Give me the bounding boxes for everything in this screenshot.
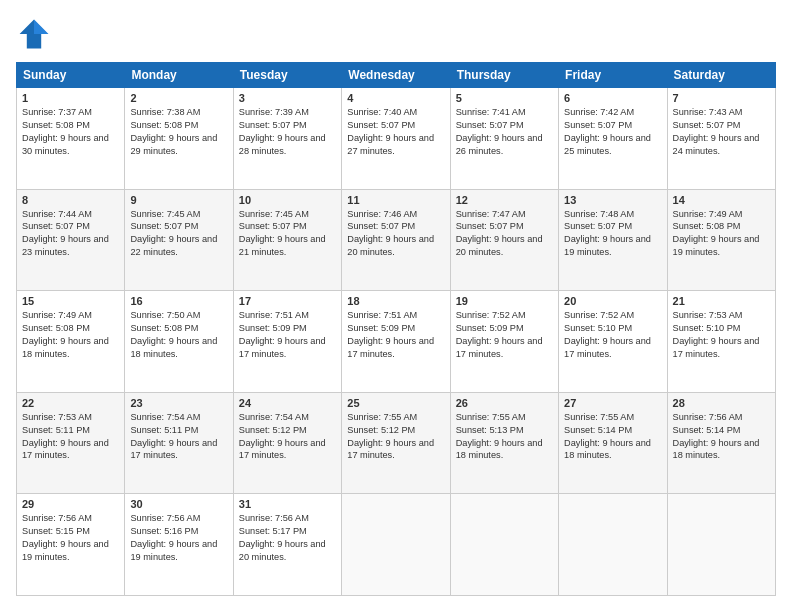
day-number: 30 xyxy=(130,498,227,510)
calendar-header: SundayMondayTuesdayWednesdayThursdayFrid… xyxy=(17,63,776,88)
day-number: 6 xyxy=(564,92,661,104)
day-info: Sunrise: 7:50 AMSunset: 5:08 PMDaylight:… xyxy=(130,309,227,361)
day-cell: 12Sunrise: 7:47 AMSunset: 5:07 PMDayligh… xyxy=(450,189,558,291)
day-number: 25 xyxy=(347,397,444,409)
day-number: 31 xyxy=(239,498,336,510)
day-number: 18 xyxy=(347,295,444,307)
day-cell: 31Sunrise: 7:56 AMSunset: 5:17 PMDayligh… xyxy=(233,494,341,596)
day-number: 22 xyxy=(22,397,119,409)
day-number: 5 xyxy=(456,92,553,104)
logo-icon xyxy=(16,16,52,52)
day-number: 28 xyxy=(673,397,770,409)
day-info: Sunrise: 7:40 AMSunset: 5:07 PMDaylight:… xyxy=(347,106,444,158)
day-number: 27 xyxy=(564,397,661,409)
day-cell: 18Sunrise: 7:51 AMSunset: 5:09 PMDayligh… xyxy=(342,291,450,393)
day-number: 19 xyxy=(456,295,553,307)
calendar-body: 1Sunrise: 7:37 AMSunset: 5:08 PMDaylight… xyxy=(17,88,776,596)
day-number: 17 xyxy=(239,295,336,307)
day-info: Sunrise: 7:37 AMSunset: 5:08 PMDaylight:… xyxy=(22,106,119,158)
day-info: Sunrise: 7:41 AMSunset: 5:07 PMDaylight:… xyxy=(456,106,553,158)
day-info: Sunrise: 7:47 AMSunset: 5:07 PMDaylight:… xyxy=(456,208,553,260)
day-cell: 5Sunrise: 7:41 AMSunset: 5:07 PMDaylight… xyxy=(450,88,558,190)
header xyxy=(16,16,776,52)
day-cell: 19Sunrise: 7:52 AMSunset: 5:09 PMDayligh… xyxy=(450,291,558,393)
weekday-friday: Friday xyxy=(559,63,667,88)
day-cell: 1Sunrise: 7:37 AMSunset: 5:08 PMDaylight… xyxy=(17,88,125,190)
day-number: 8 xyxy=(22,194,119,206)
weekday-thursday: Thursday xyxy=(450,63,558,88)
day-cell: 13Sunrise: 7:48 AMSunset: 5:07 PMDayligh… xyxy=(559,189,667,291)
day-cell: 7Sunrise: 7:43 AMSunset: 5:07 PMDaylight… xyxy=(667,88,775,190)
day-info: Sunrise: 7:43 AMSunset: 5:07 PMDaylight:… xyxy=(673,106,770,158)
weekday-header-row: SundayMondayTuesdayWednesdayThursdayFrid… xyxy=(17,63,776,88)
day-cell: 11Sunrise: 7:46 AMSunset: 5:07 PMDayligh… xyxy=(342,189,450,291)
day-info: Sunrise: 7:42 AMSunset: 5:07 PMDaylight:… xyxy=(564,106,661,158)
week-row-2: 8Sunrise: 7:44 AMSunset: 5:07 PMDaylight… xyxy=(17,189,776,291)
day-number: 10 xyxy=(239,194,336,206)
day-cell: 24Sunrise: 7:54 AMSunset: 5:12 PMDayligh… xyxy=(233,392,341,494)
day-number: 7 xyxy=(673,92,770,104)
day-cell: 29Sunrise: 7:56 AMSunset: 5:15 PMDayligh… xyxy=(17,494,125,596)
day-info: Sunrise: 7:55 AMSunset: 5:13 PMDaylight:… xyxy=(456,411,553,463)
day-info: Sunrise: 7:51 AMSunset: 5:09 PMDaylight:… xyxy=(239,309,336,361)
day-info: Sunrise: 7:56 AMSunset: 5:16 PMDaylight:… xyxy=(130,512,227,564)
day-info: Sunrise: 7:48 AMSunset: 5:07 PMDaylight:… xyxy=(564,208,661,260)
day-cell xyxy=(667,494,775,596)
week-row-5: 29Sunrise: 7:56 AMSunset: 5:15 PMDayligh… xyxy=(17,494,776,596)
weekday-saturday: Saturday xyxy=(667,63,775,88)
day-info: Sunrise: 7:49 AMSunset: 5:08 PMDaylight:… xyxy=(22,309,119,361)
day-info: Sunrise: 7:38 AMSunset: 5:08 PMDaylight:… xyxy=(130,106,227,158)
day-number: 2 xyxy=(130,92,227,104)
weekday-sunday: Sunday xyxy=(17,63,125,88)
day-info: Sunrise: 7:56 AMSunset: 5:14 PMDaylight:… xyxy=(673,411,770,463)
day-number: 24 xyxy=(239,397,336,409)
day-number: 1 xyxy=(22,92,119,104)
day-cell: 25Sunrise: 7:55 AMSunset: 5:12 PMDayligh… xyxy=(342,392,450,494)
day-info: Sunrise: 7:56 AMSunset: 5:17 PMDaylight:… xyxy=(239,512,336,564)
day-number: 12 xyxy=(456,194,553,206)
day-cell: 20Sunrise: 7:52 AMSunset: 5:10 PMDayligh… xyxy=(559,291,667,393)
day-cell: 17Sunrise: 7:51 AMSunset: 5:09 PMDayligh… xyxy=(233,291,341,393)
day-number: 21 xyxy=(673,295,770,307)
day-cell: 4Sunrise: 7:40 AMSunset: 5:07 PMDaylight… xyxy=(342,88,450,190)
weekday-monday: Monday xyxy=(125,63,233,88)
day-cell: 23Sunrise: 7:54 AMSunset: 5:11 PMDayligh… xyxy=(125,392,233,494)
day-cell xyxy=(450,494,558,596)
svg-marker-1 xyxy=(34,20,48,34)
day-info: Sunrise: 7:56 AMSunset: 5:15 PMDaylight:… xyxy=(22,512,119,564)
day-cell: 28Sunrise: 7:56 AMSunset: 5:14 PMDayligh… xyxy=(667,392,775,494)
day-number: 14 xyxy=(673,194,770,206)
day-cell: 22Sunrise: 7:53 AMSunset: 5:11 PMDayligh… xyxy=(17,392,125,494)
day-number: 26 xyxy=(456,397,553,409)
day-number: 3 xyxy=(239,92,336,104)
day-info: Sunrise: 7:45 AMSunset: 5:07 PMDaylight:… xyxy=(239,208,336,260)
day-info: Sunrise: 7:46 AMSunset: 5:07 PMDaylight:… xyxy=(347,208,444,260)
day-info: Sunrise: 7:55 AMSunset: 5:14 PMDaylight:… xyxy=(564,411,661,463)
day-info: Sunrise: 7:44 AMSunset: 5:07 PMDaylight:… xyxy=(22,208,119,260)
week-row-3: 15Sunrise: 7:49 AMSunset: 5:08 PMDayligh… xyxy=(17,291,776,393)
day-cell: 10Sunrise: 7:45 AMSunset: 5:07 PMDayligh… xyxy=(233,189,341,291)
weekday-wednesday: Wednesday xyxy=(342,63,450,88)
day-cell: 8Sunrise: 7:44 AMSunset: 5:07 PMDaylight… xyxy=(17,189,125,291)
day-cell xyxy=(342,494,450,596)
day-cell: 16Sunrise: 7:50 AMSunset: 5:08 PMDayligh… xyxy=(125,291,233,393)
day-cell: 3Sunrise: 7:39 AMSunset: 5:07 PMDaylight… xyxy=(233,88,341,190)
day-number: 23 xyxy=(130,397,227,409)
day-number: 4 xyxy=(347,92,444,104)
day-cell: 27Sunrise: 7:55 AMSunset: 5:14 PMDayligh… xyxy=(559,392,667,494)
day-number: 9 xyxy=(130,194,227,206)
day-cell: 30Sunrise: 7:56 AMSunset: 5:16 PMDayligh… xyxy=(125,494,233,596)
calendar-table: SundayMondayTuesdayWednesdayThursdayFrid… xyxy=(16,62,776,596)
week-row-1: 1Sunrise: 7:37 AMSunset: 5:08 PMDaylight… xyxy=(17,88,776,190)
logo xyxy=(16,16,56,52)
day-cell: 15Sunrise: 7:49 AMSunset: 5:08 PMDayligh… xyxy=(17,291,125,393)
calendar-page: SundayMondayTuesdayWednesdayThursdayFrid… xyxy=(0,0,792,612)
day-cell: 6Sunrise: 7:42 AMSunset: 5:07 PMDaylight… xyxy=(559,88,667,190)
day-number: 15 xyxy=(22,295,119,307)
day-info: Sunrise: 7:55 AMSunset: 5:12 PMDaylight:… xyxy=(347,411,444,463)
day-info: Sunrise: 7:53 AMSunset: 5:10 PMDaylight:… xyxy=(673,309,770,361)
weekday-tuesday: Tuesday xyxy=(233,63,341,88)
day-cell: 26Sunrise: 7:55 AMSunset: 5:13 PMDayligh… xyxy=(450,392,558,494)
day-info: Sunrise: 7:52 AMSunset: 5:10 PMDaylight:… xyxy=(564,309,661,361)
day-info: Sunrise: 7:49 AMSunset: 5:08 PMDaylight:… xyxy=(673,208,770,260)
